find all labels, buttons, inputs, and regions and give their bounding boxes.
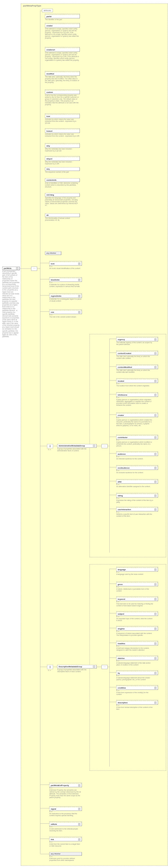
admin-item-contentModified[interactable]: contentModified + bbox=[116, 365, 158, 369]
expand-icon[interactable]: + bbox=[155, 628, 157, 630]
expand-icon[interactable]: + bbox=[155, 687, 157, 689]
attr-whyuri: whyuri bbox=[45, 156, 79, 161]
desc-item-headline[interactable]: headline + bbox=[116, 641, 158, 645]
partmeta-ext-property[interactable]: partMetaExtProperty + bbox=[49, 783, 82, 787]
element-icon[interactable]: icon + bbox=[49, 261, 82, 266]
root-element[interactable]: partMeta − bbox=[2, 267, 20, 270]
element-role[interactable]: role + bbox=[49, 310, 82, 314]
admin-item-userInteraction[interactable]: userInteraction + bbox=[116, 507, 158, 511]
admin-item-rating[interactable]: rating + bbox=[116, 493, 158, 497]
attr-creator: creator bbox=[45, 23, 79, 28]
expand-icon[interactable]: − bbox=[16, 267, 18, 269]
admin-metadata-group[interactable]: AdministrativeMetadataGroup − bbox=[57, 444, 97, 447]
admin-item-contributor[interactable]: contributor + bbox=[116, 435, 158, 439]
attr-why: why bbox=[45, 143, 79, 148]
desc-item-genre[interactable]: genre + bbox=[116, 582, 158, 586]
expand-icon[interactable]: + bbox=[155, 467, 157, 469]
any-other-element: any ##other bbox=[49, 852, 82, 856]
expand-icon[interactable]: + bbox=[78, 808, 80, 810]
desc-item-creditline[interactable]: creditline + bbox=[116, 685, 158, 690]
desc-item-keyword[interactable]: keyword + bbox=[116, 596, 158, 601]
desc-item-by[interactable]: by + bbox=[116, 671, 158, 675]
desc-group-desc: A group of properties associated with th… bbox=[57, 669, 94, 673]
expand-icon[interactable]: + bbox=[155, 613, 157, 615]
attr-seq: seq bbox=[45, 167, 79, 171]
expand-icon[interactable]: + bbox=[155, 394, 157, 396]
choice-connector-desc bbox=[47, 665, 53, 669]
expand-icon[interactable]: + bbox=[155, 481, 157, 483]
expand-icon[interactable]: + bbox=[78, 279, 80, 281]
attr-partid: partid bbox=[45, 14, 79, 18]
admin-item-creator[interactable]: creator + bbox=[116, 413, 158, 417]
expand-icon[interactable]: + bbox=[155, 583, 157, 585]
desc-item-language[interactable]: language + bbox=[116, 567, 158, 571]
expand-icon[interactable]: + bbox=[155, 338, 157, 341]
attr-custom: custom bbox=[45, 90, 79, 94]
attr-dir: dir bbox=[45, 214, 79, 217]
attr-modified: modified bbox=[45, 71, 79, 75]
expand-icon[interactable]: + bbox=[155, 436, 157, 438]
any-other-attr: any ##other bbox=[45, 251, 61, 255]
admin-item-located[interactable]: located + bbox=[116, 378, 158, 383]
expand-icon[interactable]: − bbox=[93, 665, 95, 668]
expand-icon[interactable]: + bbox=[155, 643, 157, 645]
attr-xml:lang: xml:lang bbox=[45, 193, 79, 196]
sequence-connector bbox=[102, 665, 107, 669]
attr-creatoruri: creatoruri bbox=[45, 47, 79, 52]
expand-icon[interactable]: + bbox=[155, 657, 157, 659]
expand-icon[interactable]: + bbox=[155, 672, 157, 674]
root-desc: A set of properties describing a specifi… bbox=[2, 271, 20, 338]
expand-icon[interactable]: + bbox=[78, 295, 80, 297]
admin-item-contentCreated[interactable]: contentCreated + bbox=[116, 351, 158, 355]
expand-icon[interactable]: + bbox=[78, 838, 80, 840]
attributes-label: attributes bbox=[44, 9, 51, 11]
attributes-group: attributes bbox=[42, 9, 53, 12]
admin-item-audience[interactable]: audience + bbox=[116, 452, 158, 456]
descriptive-metadata-group[interactable]: DescriptiveMetadataGroup − bbox=[57, 665, 97, 669]
expand-icon[interactable]: + bbox=[155, 598, 157, 600]
desc-item-subject[interactable]: subject + bbox=[116, 611, 158, 616]
expand-icon[interactable]: + bbox=[155, 495, 157, 497]
attr-howuri: howuri bbox=[45, 128, 79, 133]
admin-item-urgency[interactable]: urgency + bbox=[116, 337, 158, 341]
attr-contentrefs: contentrefs bbox=[45, 178, 79, 182]
choice-connector-admin bbox=[47, 444, 53, 448]
expand-icon[interactable]: + bbox=[155, 352, 157, 354]
expand-icon[interactable]: + bbox=[155, 414, 157, 416]
type-name: partMetaPropType bbox=[23, 5, 41, 7]
admin-item-altId[interactable]: altId + bbox=[116, 479, 158, 484]
expand-icon[interactable]: + bbox=[155, 453, 157, 455]
expand-icon[interactable]: + bbox=[155, 366, 157, 368]
expand-icon[interactable]: + bbox=[78, 784, 80, 786]
expand-icon[interactable]: + bbox=[155, 508, 157, 510]
sequence-connector bbox=[102, 444, 107, 448]
element-timeDelim[interactable]: timeDelim + bbox=[49, 277, 82, 282]
desc-item-description[interactable]: description + bbox=[116, 700, 158, 705]
admin-item-infoSource[interactable]: infoSource + bbox=[116, 392, 158, 397]
element-edNote[interactable]: edNote + bbox=[49, 822, 82, 826]
admin-item-exclAudience[interactable]: exclAudience + bbox=[116, 465, 158, 470]
expand-icon[interactable]: + bbox=[78, 823, 80, 825]
expand-icon[interactable]: + bbox=[155, 702, 157, 704]
desc-item-slugline[interactable]: slugline + bbox=[116, 626, 158, 630]
element-signal[interactable]: signal + bbox=[49, 806, 82, 811]
expand-icon[interactable]: + bbox=[78, 263, 80, 265]
desc-group-container bbox=[90, 564, 166, 771]
attr-how: how bbox=[45, 114, 79, 118]
desc-item-dateline[interactable]: dateline + bbox=[116, 656, 158, 660]
expand-icon[interactable]: − bbox=[93, 445, 95, 447]
expand-icon[interactable]: + bbox=[155, 380, 157, 382]
root-title: partMeta bbox=[4, 267, 11, 269]
expand-icon[interactable]: + bbox=[78, 311, 80, 313]
element-regionDelim[interactable]: regionDelim + bbox=[49, 293, 82, 298]
expand-icon[interactable]: + bbox=[155, 568, 157, 571]
admin-group-desc: A group of properties associated with th… bbox=[57, 448, 94, 452]
element-link[interactable]: link + bbox=[49, 837, 82, 841]
sequence-connector bbox=[31, 267, 37, 271]
